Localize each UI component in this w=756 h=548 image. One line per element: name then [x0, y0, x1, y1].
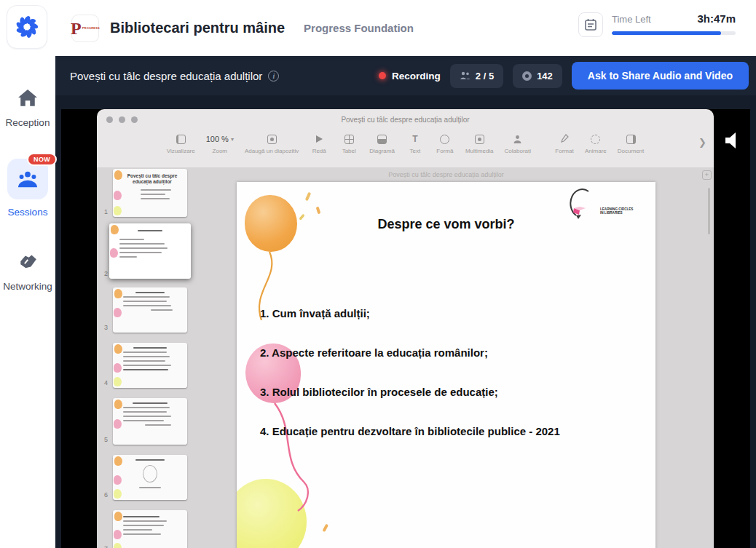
slide-thumbnail-1: Povești cu tâlc despre educația adulțilo…: [113, 169, 187, 217]
sidebar-item-label: Sessions: [0, 207, 55, 218]
slide-agenda-item: 3. Rolul bibliotecilor în procesele de e…: [260, 386, 628, 398]
slide-agenda-item: 2. Aspecte referitoare la educația român…: [260, 346, 628, 359]
ask-to-share-button[interactable]: Ask to Share Audio and Video: [572, 62, 749, 90]
calendar-icon: [578, 12, 603, 37]
speakers-count-pill[interactable]: 2 / 5: [450, 64, 503, 88]
yellow-balloon: [237, 479, 307, 548]
handshake-icon: [17, 252, 38, 274]
community-name: Progress Foundation: [304, 22, 414, 34]
left-sidebar: Reception NOW Sessions: [0, 0, 55, 548]
eye-icon: [522, 71, 532, 81]
thumbnail-row: 3: [104, 287, 187, 333]
sidebar-item-networking[interactable]: Networking: [0, 252, 55, 292]
thumbnail-row: 2: [104, 223, 187, 279]
shape-icon: [440, 133, 449, 145]
thumbnail-row: 4: [104, 343, 187, 388]
add-slide-icon: [267, 133, 277, 145]
text-icon: T: [412, 133, 417, 145]
canvas-add-icon: +: [702, 170, 712, 180]
logo-text-line2: IN LIBRARIES: [600, 211, 633, 215]
toolbar-chart: Diagramă: [369, 133, 395, 167]
screenshare-video: Povești cu tâlc despre educația adulțilo…: [61, 109, 750, 548]
session-title: Povești cu tâlc despre educația adulțilo…: [70, 70, 279, 82]
slide-thumbnail-5: [113, 398, 187, 445]
minimize-window-icon: [119, 116, 125, 123]
toolbar-view: Vizualizare: [167, 133, 195, 167]
toolbar-format: Format: [555, 133, 574, 167]
slide-agenda-item: 4. Educație pentru dezvoltare în bibliot…: [260, 425, 628, 437]
toolbar-shape: Formă: [436, 133, 454, 167]
people-icon: [460, 71, 470, 80]
session-bar: Povești cu tâlc despre educația adulțilo…: [55, 56, 756, 95]
slide-thumbnail-3: [113, 287, 187, 333]
speaker-volume-icon[interactable]: [724, 132, 739, 151]
window-controls: [106, 116, 138, 123]
sessions-tile: NOW: [7, 159, 48, 199]
chart-icon: [377, 133, 387, 145]
event-logo-text: PROGRESS: [82, 26, 100, 30]
slide-thumbnails-panel: 1 Povești cu tâlc despre educația adulți…: [104, 167, 187, 548]
thumbnail-row: 5: [104, 398, 187, 445]
toolbar-overflow-chevron-icon: ❯: [698, 137, 706, 148]
home-icon: [18, 90, 37, 110]
time-left-label: Time Left: [612, 14, 651, 25]
sidebar-item-label: Networking: [0, 281, 55, 292]
collaborate-icon: [513, 133, 522, 145]
recording-indicator: Recording: [379, 71, 441, 82]
toolbar-zoom: 100 %▾ Zoom: [206, 133, 234, 167]
time-left-value: 3h:47m: [697, 12, 736, 25]
media-icon: [475, 133, 484, 145]
toolbar-table: Tabel: [339, 133, 358, 167]
sidebar-item-label: Reception: [0, 117, 55, 128]
slide-thumbnail-4: [113, 343, 187, 388]
format-icon: [560, 133, 569, 145]
view-icon: [176, 133, 186, 145]
document-icon: [626, 133, 636, 145]
orange-balloon: [245, 195, 297, 252]
slide-thumbnail-2-current: [109, 223, 191, 279]
keynote-toolbar: Vizualizare 100 %▾ Zoom Adaugă un diapoz…: [97, 130, 714, 167]
thumbnail-row: 7: [104, 510, 187, 548]
time-progress-track: [612, 31, 736, 35]
toolbar-text: T Text: [406, 133, 425, 167]
info-icon[interactable]: i: [268, 71, 279, 82]
recording-dot-icon: [379, 72, 386, 79]
keynote-canvas: Povești cu tâlc despre educația adulțilo…: [97, 167, 714, 548]
community-logo[interactable]: [7, 5, 47, 49]
event-logo: P PROGRESS: [71, 15, 99, 42]
top-header: P PROGRESS Bibliotecari pentru mâine Pro…: [55, 0, 756, 56]
session-stage: Povești cu tâlc despre educația adulțilo…: [55, 95, 756, 548]
toolbar-add-slide: Adaugă un diapozitiv: [245, 133, 299, 167]
animate-icon: [591, 133, 600, 145]
session-bar-right: Recording 2 / 5 142 Ask to Share Audio a…: [379, 62, 749, 90]
toolbar-play: Redă: [310, 133, 328, 167]
toolbar-document: Document: [618, 133, 644, 167]
canvas-scrollbar: [708, 188, 710, 234]
learning-circles-logo: LEARNING CIRCLES IN LIBRARIES: [567, 188, 637, 223]
sidebar-item-sessions[interactable]: NOW Sessions: [0, 159, 55, 218]
speakers-count: 2 / 5: [476, 71, 494, 82]
table-icon: [344, 133, 354, 145]
viewers-count-pill[interactable]: 142: [513, 64, 562, 88]
toolbar-collaborate: Colaborați: [505, 133, 531, 167]
canvas-document-title: Povești cu tâlc despre educația adulțilo…: [237, 171, 655, 178]
toolbar-animate: Animare: [585, 133, 607, 167]
now-badge: NOW: [27, 153, 57, 166]
slide-thumbnail-6: [113, 455, 187, 500]
viewers-count: 142: [537, 71, 553, 82]
close-window-icon: [106, 116, 113, 123]
recording-label: Recording: [392, 71, 441, 82]
thumbnail-title: Povești cu tâlc despre educația adulțilo…: [113, 172, 187, 184]
time-left-widget: Time Left 3h:47m: [578, 12, 736, 37]
window-title: Povești cu tâlc despre educația adulțilo…: [97, 109, 714, 131]
slide-thumbnail-7: [113, 510, 187, 548]
event-title: Bibliotecari pentru mâine: [110, 20, 285, 36]
zoom-level-icon: 100 %▾: [206, 133, 234, 145]
toolbar-media: Multimedia: [465, 133, 494, 167]
window-titlebar: Povești cu tâlc despre educația adulțilo…: [97, 109, 714, 130]
sidebar-item-reception[interactable]: Reception: [0, 90, 55, 128]
current-slide: LEARNING CIRCLES IN LIBRARIES Despre ce …: [237, 182, 655, 548]
zoom-window-icon: [131, 116, 138, 123]
audience-icon: [17, 170, 39, 188]
play-icon: [316, 133, 323, 145]
